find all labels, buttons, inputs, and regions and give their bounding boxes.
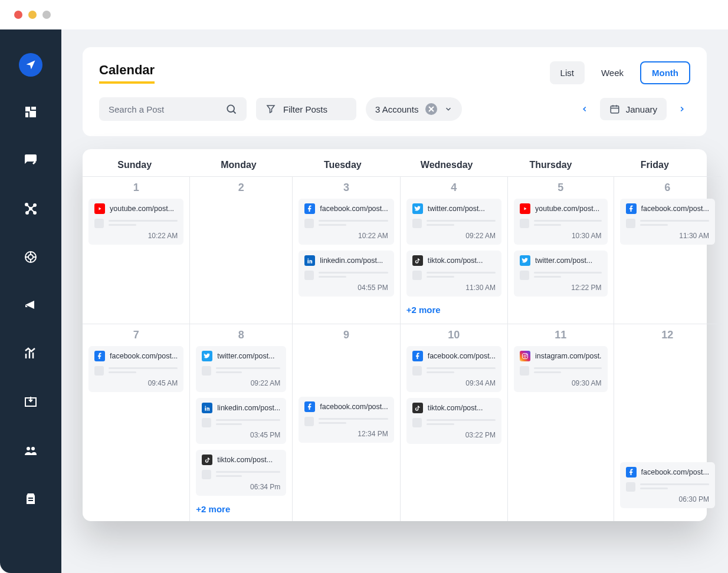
post-thumbnail	[520, 366, 529, 376]
svg-rect-1	[31, 107, 36, 110]
post-thumbnail	[94, 219, 104, 228]
post-card[interactable]: twitter.com/post...09:22 AM	[196, 346, 286, 392]
calendar-day-cell[interactable]: 11instagram.com/post.09:30 AM	[508, 324, 614, 521]
facebook-icon	[412, 351, 423, 361]
month-selector[interactable]: January	[600, 98, 667, 120]
accounts-filter[interactable]: 3 Accounts	[366, 97, 462, 121]
facebook-icon	[304, 203, 315, 214]
post-card[interactable]: facebook.com/post...09:34 AM	[406, 346, 501, 392]
calendar-day-cell[interactable]: 12facebook.com/post...06:30 PM	[614, 324, 721, 521]
post-card[interactable]: facebook.com/post...12:34 PM	[299, 397, 393, 443]
post-thumbnail	[202, 470, 211, 479]
post-card[interactable]: facebook.com/post...11:30 AM	[620, 199, 715, 245]
facebook-icon	[94, 351, 105, 361]
view-toggle: List Week Month	[550, 61, 690, 84]
day-number: 10	[406, 329, 501, 341]
svg-point-24	[31, 447, 35, 450]
post-url: facebook.com/post...	[641, 468, 709, 476]
more-posts-link[interactable]: +2 more	[196, 504, 286, 514]
nav-posts[interactable]	[18, 147, 44, 173]
svg-marker-38	[524, 208, 527, 210]
post-url: tiktok.com/post...	[428, 256, 483, 265]
post-time: 04:55 PM	[304, 284, 388, 292]
logo-icon[interactable]	[19, 53, 42, 77]
weekday-header: Tuesday	[291, 149, 395, 176]
window-minimize-button[interactable]	[28, 11, 37, 19]
svg-point-43	[526, 354, 527, 355]
post-card[interactable]: facebook.com/post...10:22 AM	[299, 199, 393, 245]
window-titlebar	[0, 0, 728, 29]
post-card[interactable]: tiktok.com/post...06:34 Pm	[196, 450, 286, 496]
view-list-button[interactable]: List	[550, 61, 585, 84]
calendar-day-cell[interactable]: 8twitter.com/post...09:22 AMlinkedin.com…	[190, 324, 293, 521]
accounts-label: 3 Accounts	[375, 104, 418, 114]
nav-dashboard[interactable]	[18, 99, 44, 125]
nav-reports[interactable]	[18, 486, 44, 512]
instagram-icon	[520, 351, 530, 361]
calendar-day-cell[interactable]: 7facebook.com/post...09:45 AM	[83, 324, 190, 521]
linkedin-icon	[304, 255, 315, 266]
view-month-button[interactable]: Month	[640, 61, 690, 84]
next-month-button[interactable]	[674, 101, 690, 117]
calendar-day-cell[interactable]: 3facebook.com/post...10:22 AMlinkedin.co…	[293, 176, 400, 324]
more-posts-link[interactable]: +2 more	[406, 305, 501, 315]
post-card[interactable]: youtube.com/post...10:30 AM	[514, 199, 608, 245]
day-number: 3	[299, 182, 393, 194]
nav-inbox[interactable]	[18, 389, 44, 415]
post-card[interactable]: youtube.com/post...10:22 AM	[88, 199, 183, 245]
calendar-day-cell[interactable]: 9facebook.com/post...12:34 PM	[293, 324, 400, 521]
calendar-header-row: SundayMondayTuesdayWednesdayThursdayFrid…	[83, 149, 707, 176]
facebook-icon	[626, 467, 637, 477]
search-input[interactable]: Search a Post	[99, 97, 247, 121]
svg-rect-0	[25, 107, 30, 111]
filter-label: Filter Posts	[283, 104, 327, 114]
view-week-button[interactable]: Week	[591, 61, 634, 84]
calendar-day-cell[interactable]: 4twitter.com/post...09:22 AMtiktok.com/p…	[401, 176, 508, 324]
window-zoom-button[interactable]	[42, 11, 51, 19]
chevron-down-icon	[444, 105, 452, 113]
nav-support[interactable]	[18, 244, 44, 270]
post-url: facebook.com/post...	[110, 352, 178, 360]
post-time: 10:30 AM	[520, 232, 602, 240]
weekday-header: Wednesday	[395, 149, 499, 176]
nav-campaigns[interactable]	[18, 292, 44, 318]
post-thumbnail	[202, 418, 211, 427]
post-card[interactable]: tiktok.com/post...03:22 PM	[406, 398, 501, 444]
post-card[interactable]: twitter.com/post...12:22 PM	[514, 251, 608, 297]
sidebar	[0, 29, 61, 573]
post-card[interactable]: linkedin.com/post...03:45 PM	[196, 398, 286, 444]
post-thumbnail	[520, 271, 529, 280]
svg-line-12	[31, 209, 35, 213]
post-time: 11:30 AM	[626, 232, 709, 240]
svg-line-28	[234, 111, 236, 114]
post-url: facebook.com/post...	[320, 205, 388, 213]
nav-analytics[interactable]	[18, 341, 44, 367]
calendar-day-cell[interactable]: 10facebook.com/post...09:34 AMtiktok.com…	[401, 324, 508, 521]
window-close-button[interactable]	[14, 11, 22, 19]
tiktok-icon	[412, 255, 423, 266]
post-card[interactable]: instagram.com/post.09:30 AM	[514, 346, 608, 392]
post-thumbnail	[94, 366, 104, 376]
post-card[interactable]: facebook.com/post...06:30 PM	[620, 462, 715, 508]
post-thumbnail	[520, 219, 529, 228]
clear-accounts-icon[interactable]	[425, 103, 437, 115]
calendar-day-cell[interactable]: 6facebook.com/post...11:30 AM	[614, 176, 721, 324]
nav-network[interactable]	[18, 196, 44, 222]
svg-line-10	[31, 205, 35, 209]
post-card[interactable]: twitter.com/post...09:22 AM	[406, 199, 501, 245]
prev-month-button[interactable]	[576, 101, 593, 117]
post-card[interactable]: tiktok.com/post...11:30 AM	[406, 251, 501, 297]
post-url: facebook.com/post...	[428, 352, 496, 360]
nav-team[interactable]	[18, 437, 44, 463]
post-card[interactable]: linkedin.com/post...04:55 PM	[299, 251, 393, 297]
post-thumbnail	[626, 219, 635, 228]
svg-rect-31	[611, 106, 619, 113]
calendar-day-cell[interactable]: 2	[190, 176, 293, 324]
post-thumbnail	[626, 482, 635, 492]
post-card[interactable]: facebook.com/post...09:45 AM	[88, 346, 183, 392]
calendar-day-cell[interactable]: 5youtube.com/post...10:30 AMtwitter.com/…	[508, 176, 614, 324]
twitter-icon	[412, 203, 423, 214]
calendar-day-cell[interactable]: 1youtube.com/post...10:22 AM	[83, 176, 190, 324]
filter-button[interactable]: Filter Posts	[256, 98, 356, 120]
twitter-icon	[202, 351, 212, 361]
